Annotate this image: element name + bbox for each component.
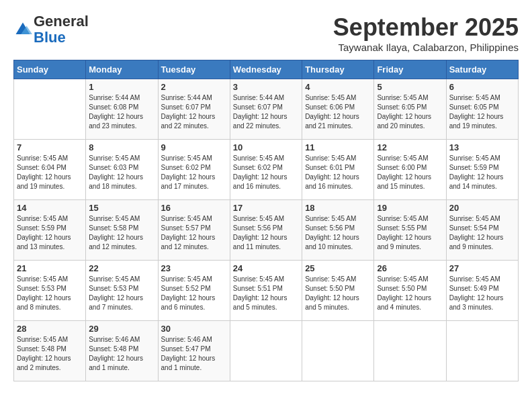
calendar-cell: 21Sunrise: 5:45 AM Sunset: 5:53 PM Dayli… — [14, 261, 86, 321]
calendar-header-cell: Wednesday — [230, 60, 302, 79]
calendar-cell: 20Sunrise: 5:45 AM Sunset: 5:54 PM Dayli… — [446, 200, 518, 261]
calendar-cell: 4Sunrise: 5:45 AM Sunset: 6:06 PM Daylig… — [302, 79, 374, 140]
calendar-cell: 25Sunrise: 5:45 AM Sunset: 5:50 PM Dayli… — [302, 261, 374, 321]
day-number: 4 — [305, 82, 371, 92]
calendar-cell: 7Sunrise: 5:45 AM Sunset: 6:04 PM Daylig… — [14, 140, 86, 200]
day-number: 23 — [161, 263, 227, 273]
day-info: Sunrise: 5:44 AM Sunset: 6:07 PM Dayligh… — [233, 93, 299, 131]
day-number: 29 — [89, 324, 154, 334]
calendar-cell: 14Sunrise: 5:45 AM Sunset: 5:59 PM Dayli… — [14, 200, 86, 261]
calendar-cell: 16Sunrise: 5:45 AM Sunset: 5:57 PM Dayli… — [158, 200, 230, 261]
calendar-week-row: 14Sunrise: 5:45 AM Sunset: 5:59 PM Dayli… — [14, 200, 519, 261]
day-info: Sunrise: 5:45 AM Sunset: 5:55 PM Dayligh… — [377, 214, 443, 252]
day-info: Sunrise: 5:45 AM Sunset: 6:06 PM Dayligh… — [305, 93, 371, 131]
day-info: Sunrise: 5:45 AM Sunset: 6:00 PM Dayligh… — [377, 154, 443, 191]
day-info: Sunrise: 5:45 AM Sunset: 5:51 PM Dayligh… — [233, 275, 299, 312]
day-number: 22 — [89, 263, 154, 273]
day-number: 15 — [89, 203, 154, 213]
day-number: 19 — [377, 203, 443, 213]
logo: General Blue — [13, 13, 89, 46]
day-number: 1 — [89, 82, 154, 92]
day-info: Sunrise: 5:45 AM Sunset: 6:02 PM Dayligh… — [161, 154, 227, 191]
calendar-week-row: 1Sunrise: 5:44 AM Sunset: 6:08 PM Daylig… — [14, 79, 519, 140]
day-info: Sunrise: 5:45 AM Sunset: 6:03 PM Dayligh… — [89, 154, 154, 191]
day-info: Sunrise: 5:45 AM Sunset: 6:04 PM Dayligh… — [17, 154, 83, 191]
day-number: 9 — [161, 142, 227, 152]
calendar-cell: 27Sunrise: 5:45 AM Sunset: 5:49 PM Dayli… — [446, 261, 518, 321]
calendar-header-cell: Monday — [86, 60, 158, 79]
calendar-cell: 17Sunrise: 5:45 AM Sunset: 5:56 PM Dayli… — [230, 200, 302, 261]
calendar-header-cell: Tuesday — [158, 60, 230, 79]
location-title: Taywanak Ilaya, Calabarzon, Philippines — [333, 42, 519, 53]
calendar-header-row: SundayMondayTuesdayWednesdayThursdayFrid… — [14, 60, 519, 79]
day-info: Sunrise: 5:45 AM Sunset: 6:02 PM Dayligh… — [233, 154, 299, 191]
day-info: Sunrise: 5:44 AM Sunset: 6:08 PM Dayligh… — [89, 93, 154, 131]
day-number: 16 — [161, 203, 227, 213]
day-info: Sunrise: 5:45 AM Sunset: 5:53 PM Dayligh… — [17, 275, 83, 312]
calendar-cell: 29Sunrise: 5:46 AM Sunset: 5:48 PM Dayli… — [86, 321, 158, 381]
day-info: Sunrise: 5:45 AM Sunset: 5:52 PM Dayligh… — [161, 275, 227, 312]
day-number: 6 — [449, 82, 515, 92]
calendar-cell: 13Sunrise: 5:45 AM Sunset: 5:59 PM Dayli… — [446, 140, 518, 200]
calendar-cell — [14, 79, 86, 140]
day-number: 12 — [377, 142, 443, 152]
calendar-header-cell: Saturday — [446, 60, 518, 79]
calendar-cell: 10Sunrise: 5:45 AM Sunset: 6:02 PM Dayli… — [230, 140, 302, 200]
logo-blue-text: Blue — [34, 29, 66, 46]
day-number: 13 — [449, 142, 515, 152]
calendar-cell: 2Sunrise: 5:44 AM Sunset: 6:07 PM Daylig… — [158, 79, 230, 140]
calendar-cell: 22Sunrise: 5:45 AM Sunset: 5:53 PM Dayli… — [86, 261, 158, 321]
day-info: Sunrise: 5:45 AM Sunset: 5:48 PM Dayligh… — [17, 335, 83, 373]
logo-general-text: General — [34, 13, 89, 30]
day-info: Sunrise: 5:44 AM Sunset: 6:07 PM Dayligh… — [161, 93, 227, 131]
calendar-week-row: 21Sunrise: 5:45 AM Sunset: 5:53 PM Dayli… — [14, 261, 519, 321]
calendar-header-cell: Friday — [374, 60, 446, 79]
calendar-header-cell: Thursday — [302, 60, 374, 79]
day-number: 27 — [449, 263, 515, 273]
day-number: 30 — [161, 324, 227, 334]
calendar-cell: 1Sunrise: 5:44 AM Sunset: 6:08 PM Daylig… — [86, 79, 158, 140]
day-info: Sunrise: 5:45 AM Sunset: 5:56 PM Dayligh… — [305, 214, 371, 252]
calendar-cell: 24Sunrise: 5:45 AM Sunset: 5:51 PM Dayli… — [230, 261, 302, 321]
day-number: 5 — [377, 82, 443, 92]
calendar-cell — [446, 321, 518, 381]
day-info: Sunrise: 5:45 AM Sunset: 6:05 PM Dayligh… — [449, 93, 515, 131]
day-number: 26 — [377, 263, 443, 273]
day-number: 24 — [233, 263, 299, 273]
calendar-cell: 8Sunrise: 5:45 AM Sunset: 6:03 PM Daylig… — [86, 140, 158, 200]
day-info: Sunrise: 5:45 AM Sunset: 5:54 PM Dayligh… — [449, 214, 515, 252]
day-info: Sunrise: 5:45 AM Sunset: 5:57 PM Dayligh… — [161, 214, 227, 252]
calendar-cell — [374, 321, 446, 381]
day-number: 10 — [233, 142, 299, 152]
month-title: September 2025 — [333, 13, 519, 42]
day-info: Sunrise: 5:45 AM Sunset: 5:56 PM Dayligh… — [233, 214, 299, 252]
calendar-cell: 15Sunrise: 5:45 AM Sunset: 5:58 PM Dayli… — [86, 200, 158, 261]
calendar-header-cell: Sunday — [14, 60, 86, 79]
day-info: Sunrise: 5:45 AM Sunset: 5:58 PM Dayligh… — [89, 214, 154, 252]
day-number: 14 — [17, 203, 83, 213]
calendar-cell: 6Sunrise: 5:45 AM Sunset: 6:05 PM Daylig… — [446, 79, 518, 140]
day-number: 18 — [305, 203, 371, 213]
day-info: Sunrise: 5:45 AM Sunset: 5:50 PM Dayligh… — [305, 275, 371, 312]
day-number: 17 — [233, 203, 299, 213]
day-info: Sunrise: 5:45 AM Sunset: 5:53 PM Dayligh… — [89, 275, 154, 312]
logo-icon — [13, 20, 32, 39]
calendar-cell: 26Sunrise: 5:45 AM Sunset: 5:50 PM Dayli… — [374, 261, 446, 321]
calendar-table: SundayMondayTuesdayWednesdayThursdayFrid… — [13, 60, 519, 381]
day-number: 7 — [17, 142, 83, 152]
calendar-cell: 9Sunrise: 5:45 AM Sunset: 6:02 PM Daylig… — [158, 140, 230, 200]
calendar-cell: 5Sunrise: 5:45 AM Sunset: 6:05 PM Daylig… — [374, 79, 446, 140]
calendar-body: 1Sunrise: 5:44 AM Sunset: 6:08 PM Daylig… — [14, 79, 519, 381]
day-number: 3 — [233, 82, 299, 92]
calendar-cell: 19Sunrise: 5:45 AM Sunset: 5:55 PM Dayli… — [374, 200, 446, 261]
day-info: Sunrise: 5:45 AM Sunset: 5:59 PM Dayligh… — [449, 154, 515, 191]
day-number: 28 — [17, 324, 83, 334]
day-number: 8 — [89, 142, 154, 152]
calendar-cell: 30Sunrise: 5:46 AM Sunset: 5:47 PM Dayli… — [158, 321, 230, 381]
calendar-cell — [302, 321, 374, 381]
day-number: 25 — [305, 263, 371, 273]
day-info: Sunrise: 5:45 AM Sunset: 5:49 PM Dayligh… — [449, 275, 515, 312]
day-info: Sunrise: 5:46 AM Sunset: 5:47 PM Dayligh… — [161, 335, 227, 373]
day-info: Sunrise: 5:45 AM Sunset: 6:01 PM Dayligh… — [305, 154, 371, 191]
day-info: Sunrise: 5:45 AM Sunset: 5:59 PM Dayligh… — [17, 214, 83, 252]
